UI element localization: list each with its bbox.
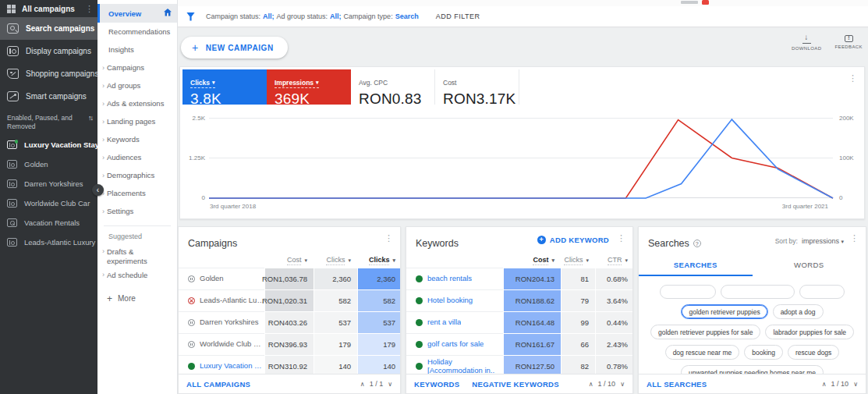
column-header-clicks[interactable]: Clicks▾ (561, 256, 595, 264)
new-campaign-button[interactable]: + NEW CAMPAIGN (181, 37, 288, 59)
filter-value[interactable]: All; (330, 12, 342, 20)
feedback-button[interactable]: FEEDBACK (834, 35, 863, 51)
tab[interactable]: SEARCHES (639, 256, 753, 276)
filter-value[interactable]: All; (263, 12, 275, 20)
page-up-icon[interactable]: ∧ (822, 381, 827, 388)
kebab-icon[interactable] (85, 5, 94, 13)
negative-keywords-link[interactable]: NEGATIVE KEYWORDS (472, 380, 559, 389)
add-keyword-button[interactable]: + ADD KEYWORD (537, 236, 609, 244)
keyword-name-cell[interactable]: golf carts for sale (406, 334, 503, 355)
help-icon[interactable]: ? (693, 240, 701, 247)
table-row[interactable]: Hotel booking RON188.62 79 3.64% (406, 289, 632, 311)
clicks-cell: 537 (314, 311, 357, 333)
search-term-pill[interactable]: golden retriever puppies for sale (650, 325, 760, 339)
campaign-icon (7, 160, 17, 169)
sidebar-campaign-item[interactable]: Darren Yorkshires (0, 174, 97, 193)
more-button[interactable]: + More (97, 289, 177, 308)
scorecard-tile[interactable]: Impressions ▾ 369K (267, 69, 351, 105)
status-icon (188, 341, 195, 348)
filter-funnel-icon[interactable] (186, 12, 195, 21)
chart-options-kebab-icon[interactable] (849, 74, 857, 83)
column-header-ctr[interactable]: CTR▾ (595, 256, 633, 264)
search-term-pill[interactable]: dog rescue near me (665, 345, 740, 360)
download-button[interactable]: DOWNLOAD (792, 35, 822, 51)
sidebar-page-item[interactable]: › Placements (97, 184, 177, 202)
all-searches-link[interactable]: ALL SEARCHES (647, 380, 707, 389)
table-row[interactable]: Leads-Atlantic Luxury RON1,020.31 582 58… (179, 289, 400, 311)
sidebar-campaign-item[interactable]: Golden (0, 154, 97, 174)
collapse-sidebar-button[interactable]: ‹ (92, 184, 104, 196)
search-term-pill[interactable]: rescue dogs (788, 345, 839, 360)
sort-icon[interactable]: ↑↓ (88, 114, 92, 131)
filter-value[interactable]: Search (395, 12, 419, 20)
table-row[interactable]: golf carts for sale RON161.67 66 2.43% (406, 333, 632, 355)
sidebar-page-item[interactable]: › Ads & extensions (97, 94, 177, 112)
column-header-cost[interactable]: Cost▾ (264, 256, 314, 264)
sidebar-campaign-item[interactable]: Worldwide Club Car (0, 193, 97, 213)
scorecard-tile[interactable]: Cost ▾ RON3.17K (435, 69, 519, 105)
sidebar-page-item[interactable]: › Campaigns (97, 59, 177, 76)
column-header-cost-sorted[interactable]: Cost▾ (503, 256, 561, 264)
sidebar-page-item[interactable]: › Overview (97, 4, 177, 23)
searches-kebab-icon[interactable] (850, 234, 859, 243)
sidebar-suggested-item[interactable]: › Ad schedule (97, 268, 177, 286)
new-campaign-label: NEW CAMPAIGN (206, 44, 274, 52)
search-term-pill[interactable]: labrador puppies for sale (765, 325, 854, 339)
page-down-icon[interactable]: ∨ (388, 381, 392, 388)
sidebar-page-item[interactable]: › Recommendations (97, 23, 177, 41)
campaign-name-cell[interactable]: Leads-Atlantic Luxury (179, 290, 264, 311)
page-down-icon[interactable]: ∨ (620, 381, 625, 388)
sidebar-campaign-item[interactable]: Leads-Atlantic Luxury (0, 232, 97, 252)
column-header-clicks[interactable]: Clicks▾ (314, 256, 357, 264)
search-term-pill[interactable]: golden retriever puppies (681, 304, 767, 319)
sidebar-page-item[interactable]: › Keywords (97, 130, 177, 148)
page-up-icon[interactable]: ∧ (589, 381, 593, 388)
campaign-name-cell[interactable]: Golden (179, 268, 264, 289)
tab[interactable]: WORDS (753, 256, 866, 276)
scorecard-tile[interactable]: Clicks ▾ 3.8K (182, 69, 267, 105)
page-actions: DOWNLOAD FEEDBACK (792, 35, 863, 51)
filter-summary[interactable]: Campaign status: All; Ad group status: A… (206, 12, 419, 20)
table-row[interactable]: Darren Yorkshires RON403.26 537 537 (179, 311, 400, 333)
campaign-name-cell[interactable]: Worldwide Club Car (179, 334, 264, 355)
sort-by-dropdown[interactable]: impressions ▾ (802, 237, 844, 245)
keywords-kebab-icon[interactable] (617, 234, 625, 243)
campaign-name-cell[interactable]: Darren Yorkshires (179, 312, 264, 333)
campaigns-table-header: Cost▾ Clicks▾ Clicks▾ (179, 251, 400, 268)
table-row[interactable]: rent a villa RON164.48 99 0.44% (406, 311, 632, 333)
sidebar-suggested-item[interactable]: › Drafts & experiments (97, 245, 177, 268)
sidebar-page-item[interactable]: › Insights (97, 41, 177, 59)
search-term-pill[interactable]: booking (744, 345, 783, 360)
all-campaigns-link[interactable]: ALL CAMPAIGNS (186, 380, 250, 389)
keyword-name-cell[interactable]: beach rentals (406, 268, 503, 289)
table-row[interactable]: Golden RON1,036.78 2,360 2,360 (179, 268, 400, 289)
scorecard-tile[interactable]: Avg. CPC ▾ RON0.83 (351, 69, 435, 105)
page-up-icon[interactable]: ∧ (360, 381, 365, 388)
topbar-red-badge-icon (702, 0, 709, 5)
search-term-pill[interactable]: adopt a dog (773, 304, 824, 319)
sidebar-campaign-item[interactable]: Luxury Vacation Stay (0, 135, 97, 154)
campaign-state-filter[interactable]: Enabled, Paused, and Removed ↑↓ (0, 108, 97, 135)
keyword-name-cell[interactable]: Hotel booking (406, 290, 503, 311)
column-header-clicks-sorted[interactable]: Clicks▾ (357, 256, 401, 264)
add-filter-button[interactable]: ADD FILTER (436, 12, 480, 20)
campaign-name: Darren Yorkshires (200, 318, 259, 327)
sidebar-page-item[interactable]: › Demographics (97, 166, 177, 184)
table-row[interactable]: Worldwide Club Car RON396.93 179 179 (179, 333, 400, 355)
sidebar-campaign-item[interactable]: Vacation Rentals (0, 213, 97, 232)
sidebar-page-item[interactable]: › Settings (97, 202, 177, 220)
sidebar-page-item[interactable]: › Ad groups (97, 76, 177, 94)
table-row[interactable]: beach rentals RON204.13 81 0.68% (406, 268, 632, 289)
keyword-name-cell[interactable]: rent a villa (406, 312, 503, 333)
sidebar-item-campaign-type[interactable]: Search campaigns (0, 17, 97, 40)
page-down-icon[interactable]: ∨ (853, 381, 858, 388)
sidebar-item-campaign-type[interactable]: Shopping campaigns (0, 62, 97, 85)
sidebar-page-item[interactable]: › Audiences (97, 148, 177, 166)
sidebar-item-campaign-type[interactable]: Smart campaigns (0, 85, 97, 108)
sidebar-item-campaign-type[interactable]: Display campaigns (0, 40, 97, 62)
sidebar-page-item[interactable]: › Landing pages (97, 112, 177, 130)
all-campaigns-header[interactable]: All campaigns (0, 0, 97, 17)
keywords-link[interactable]: KEYWORDS (414, 380, 459, 389)
campaigns-kebab-icon[interactable] (384, 234, 393, 243)
cost-cell: RON1,020.31 (264, 289, 314, 311)
